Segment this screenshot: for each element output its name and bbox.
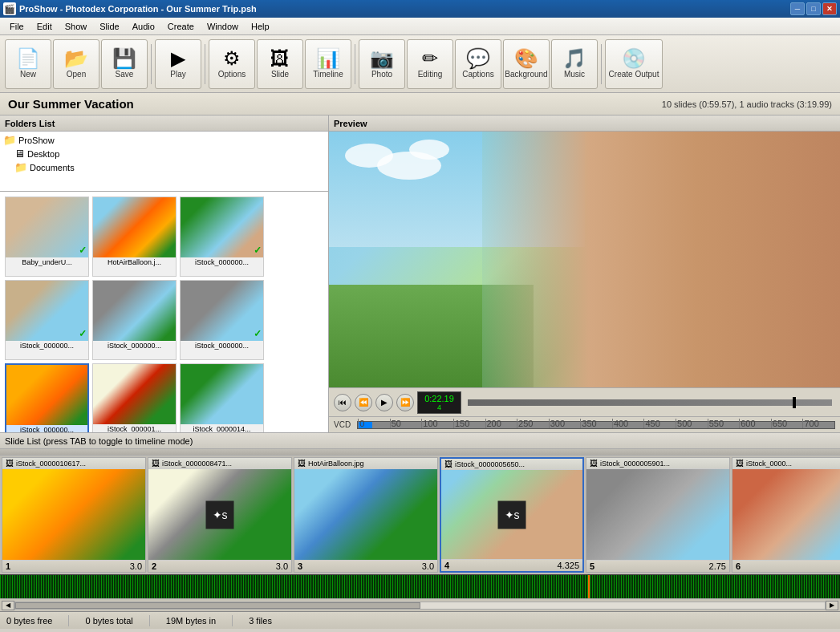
- scroll-track[interactable]: [14, 602, 826, 610]
- file-thumb-7[interactable]: iStock_000001...: [92, 363, 177, 432]
- file-thumb-5[interactable]: ✓ iStock_000000...: [180, 280, 264, 360]
- toolbar-options-button[interactable]: ⚙ Options: [209, 39, 255, 89]
- menu-audio[interactable]: Audio: [126, 20, 161, 33]
- play-prev-button[interactable]: ⏪: [355, 394, 372, 411]
- title-strip: Our Summer Vacation 10 slides (0:59.57),…: [0, 93, 840, 115]
- slide-item-3[interactable]: 🖼 HotAirBalloon.jpg 3 3.0: [294, 457, 438, 573]
- beat-value: 4: [422, 403, 457, 411]
- check-5: ✓: [254, 328, 262, 339]
- slide-list-container: Slide List (press TAB to toggle to timel…: [0, 432, 840, 611]
- status-total: 0 bytes total: [85, 616, 132, 626]
- toolbar-create-output-button[interactable]: 💿 Create Output: [605, 39, 663, 89]
- toolbar-separator-3: [355, 44, 355, 84]
- toolbar-open-button[interactable]: 📂 Open: [53, 39, 99, 89]
- slide-4-thumb: ✦s: [441, 470, 582, 559]
- child-face: [482, 132, 840, 387]
- menu-window[interactable]: Window: [201, 20, 245, 33]
- vcd-progress: 0 50 100 150 200 250 300 350 400 450 500…: [357, 421, 835, 429]
- scroll-thumb[interactable]: [15, 602, 420, 609]
- slide-item-4[interactable]: 🖼 iStock_0000005650... ✦s 4 4.325: [440, 457, 584, 573]
- toolbar-save-button[interactable]: 💾 Save: [101, 39, 148, 89]
- desktop-label: Desktop: [27, 149, 59, 159]
- thumb-label-3: iStock_000000...: [6, 341, 88, 350]
- captions-icon: 💬: [466, 49, 490, 68]
- play-play-button[interactable]: ▶: [375, 394, 393, 411]
- slide-1-duration: 3.0: [130, 561, 142, 571]
- window-controls: ─ □ ✕: [790, 2, 837, 15]
- slides-row: 🖼 iStock_0000010617... 1 3.0 🖼 iStock_00…: [0, 456, 840, 574]
- menu-edit[interactable]: Edit: [30, 20, 59, 33]
- file-thumb-3[interactable]: ✓ iStock_000000...: [5, 280, 89, 360]
- tree-item-documents[interactable]: 📁 Documents: [2, 160, 327, 174]
- file-thumb-1[interactable]: HotAirBalloon.j...: [92, 196, 177, 277]
- toolbar-play-button[interactable]: ▶ Play: [155, 39, 201, 89]
- scroll-right-button[interactable]: ▶: [826, 601, 838, 610]
- window-title: ProShow - Photodex Corporation - Our Sum…: [19, 4, 790, 14]
- file-thumb-4[interactable]: iStock_000000...: [92, 280, 177, 360]
- options-label: Options: [218, 70, 246, 79]
- left-panel: Folders List 📁 ProShow 🖥 Desktop 📁 Docum…: [0, 115, 329, 432]
- playback-slider[interactable]: [468, 399, 832, 406]
- menu-bar: File Edit Show Slide Audio Create Window…: [0, 18, 840, 35]
- minimize-button[interactable]: ─: [790, 2, 805, 15]
- toolbar-separator-1: [151, 44, 152, 84]
- slide-3-top: 🖼 HotAirBalloon.jpg: [294, 458, 437, 469]
- toolbar-music-button[interactable]: 🎵 Music: [551, 39, 598, 89]
- slide-item-1[interactable]: 🖼 iStock_0000010617... 1 3.0: [2, 457, 146, 573]
- toolbar-editing-button[interactable]: ✏ Editing: [407, 39, 453, 89]
- toolbar-photo-button[interactable]: 📷 Photo: [359, 39, 405, 89]
- vcd-bar: VCD 0 50 100 150 200 250 300 350 400 450: [329, 416, 840, 432]
- timeline-label: Timeline: [313, 70, 343, 79]
- slide-5-thumb: [586, 469, 729, 560]
- horizontal-scrollbar[interactable]: ◀ ▶: [0, 598, 840, 611]
- menu-help[interactable]: Help: [245, 20, 276, 33]
- slider-thumb: [793, 397, 796, 408]
- toolbar-timeline-button[interactable]: 📊 Timeline: [305, 39, 351, 89]
- tree-item-proshow[interactable]: 📁 ProShow: [2, 133, 327, 147]
- slide-label: Slide: [271, 70, 289, 79]
- preview-header: Preview: [329, 115, 840, 132]
- open-label: Open: [67, 70, 86, 79]
- thumb-img-2: ✓: [181, 197, 263, 257]
- slide-1-thumb: [2, 469, 145, 560]
- file-thumb-2[interactable]: ✓ iStock_000000...: [180, 196, 264, 277]
- slide-list-title: Slide List (press TAB to toggle to timel…: [5, 436, 193, 446]
- slide-item-6[interactable]: 🖼 iStock_0000... 6: [732, 457, 840, 573]
- toolbar-background-button[interactable]: 🎨 Background: [503, 39, 550, 89]
- thumb-img-4: [93, 281, 176, 341]
- restore-button[interactable]: □: [806, 2, 821, 15]
- tree-item-desktop[interactable]: 🖥 Desktop: [2, 147, 327, 160]
- slide-2-top: 🖼 iStock_0000008471...: [148, 458, 291, 469]
- thumb-label-4: iStock_000000...: [93, 341, 176, 350]
- folders-tree[interactable]: 📁 ProShow 🖥 Desktop 📁 Documents: [0, 132, 328, 192]
- menu-create[interactable]: Create: [161, 20, 201, 33]
- desktop-icon: 🖥: [14, 148, 25, 160]
- menu-slide[interactable]: Slide: [93, 20, 125, 33]
- slide-item-2[interactable]: 🖼 iStock_0000008471... ✦s 2 3.0: [148, 457, 292, 573]
- menu-file[interactable]: File: [3, 20, 30, 33]
- close-button[interactable]: ✕: [822, 2, 837, 15]
- play-icon: ▶: [171, 49, 185, 68]
- play-back-button[interactable]: ⏮: [334, 394, 351, 411]
- toolbar-captions-button[interactable]: 💬 Captions: [455, 39, 501, 89]
- slide-6-number: 6: [736, 561, 741, 571]
- file-thumb-6[interactable]: iStock_000000...: [5, 363, 89, 432]
- play-label: Play: [170, 70, 185, 79]
- slide-6-thumb: [732, 469, 840, 560]
- menu-show[interactable]: Show: [59, 20, 94, 33]
- status-bar: 0 bytes free 0 bytes total 19M bytes in …: [0, 611, 840, 629]
- status-used: 19M bytes in: [166, 616, 216, 626]
- file-thumb-0[interactable]: ✓ Baby_underU...: [5, 196, 89, 277]
- play-next-button[interactable]: ⏩: [396, 394, 414, 411]
- editing-label: Editing: [418, 70, 443, 79]
- toolbar-slide-button[interactable]: 🖼 Slide: [257, 39, 303, 89]
- scroll-left-button[interactable]: ◀: [2, 601, 14, 610]
- documents-icon: 📁: [14, 161, 27, 173]
- toolbar-new-button[interactable]: 📄 New: [5, 39, 51, 89]
- slide-3-bottom: 3 3.0: [294, 560, 437, 572]
- file-thumb-8[interactable]: iStock_0000014...: [180, 363, 264, 432]
- slide-item-5[interactable]: 🖼 iStock_0000005901... 5 2.75: [586, 457, 730, 573]
- slide-1-bottom: 1 3.0: [2, 560, 145, 572]
- scrubber-bar[interactable]: [0, 449, 840, 456]
- create-output-icon: 💿: [622, 49, 646, 68]
